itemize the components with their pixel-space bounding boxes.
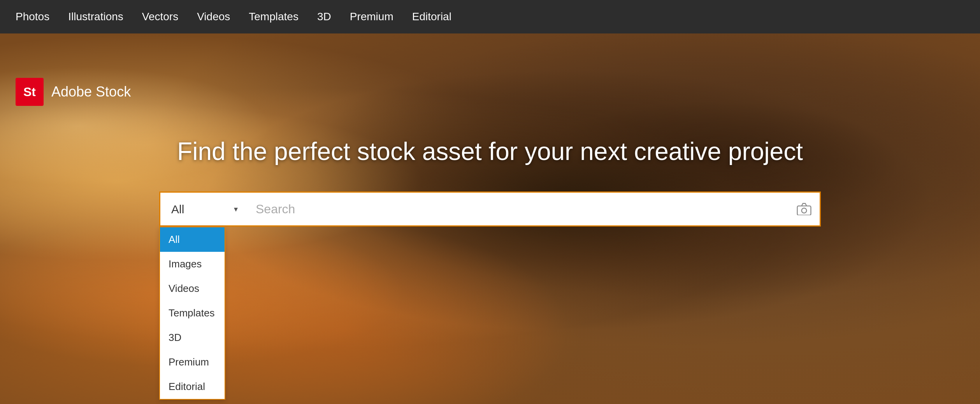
dropdown-option-premium[interactable]: Premium xyxy=(160,350,225,374)
dropdown-option-3d[interactable]: 3D xyxy=(160,325,225,350)
nav-item-illustrations[interactable]: Illustrations xyxy=(68,11,123,23)
top-navigation: Photos Illustrations Vectors Videos Temp… xyxy=(0,0,980,33)
nav-item-templates[interactable]: Templates xyxy=(249,11,299,23)
svg-rect-0 xyxy=(797,206,811,215)
search-input[interactable] xyxy=(244,191,821,227)
dropdown-option-videos[interactable]: Videos xyxy=(160,276,225,301)
nav-item-vectors[interactable]: Vectors xyxy=(142,11,178,23)
nav-items-list: Photos Illustrations Vectors Videos Temp… xyxy=(16,11,451,23)
dropdown-option-templates[interactable]: Templates xyxy=(160,301,225,325)
svg-point-1 xyxy=(802,208,807,213)
nav-item-3d[interactable]: 3D xyxy=(317,11,331,23)
dropdown-option-images[interactable]: Images xyxy=(160,252,225,276)
hero-section: St Adobe Stock Find the perfect stock as… xyxy=(0,33,980,404)
dropdown-option-editorial[interactable]: Editorial xyxy=(160,374,225,399)
search-category-select[interactable]: All Images Videos Templates 3D Premium E… xyxy=(159,191,244,227)
search-area: All Images Videos Templates 3D Premium E… xyxy=(0,67,980,227)
dropdown-option-all[interactable]: All xyxy=(160,227,225,252)
nav-item-videos[interactable]: Videos xyxy=(197,11,230,23)
camera-icon xyxy=(797,203,811,215)
dropdown-panel: All Images Videos Templates 3D Premium E… xyxy=(159,227,225,400)
nav-item-premium[interactable]: Premium xyxy=(350,11,393,23)
nav-item-editorial[interactable]: Editorial xyxy=(412,11,451,23)
camera-search-button[interactable] xyxy=(797,203,811,215)
nav-item-photos[interactable]: Photos xyxy=(16,11,49,23)
search-container: All Images Videos Templates 3D Premium E… xyxy=(159,191,821,227)
search-dropdown-wrapper[interactable]: All Images Videos Templates 3D Premium E… xyxy=(159,191,244,227)
